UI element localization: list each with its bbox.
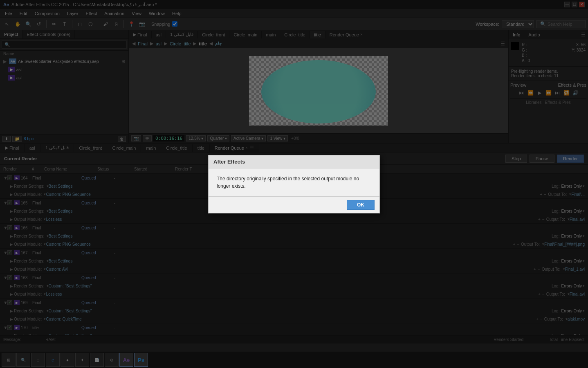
modal-title-bar: After Effects — [209, 155, 379, 168]
modal-body: The directory originally specified in th… — [209, 168, 379, 196]
modal-footer: OK — [209, 196, 379, 213]
modal-message: The directory originally specified in th… — [217, 176, 359, 189]
modal-title-text: After Effects — [213, 159, 245, 165]
modal-dialog: After Effects The directory originally s… — [208, 155, 380, 213]
modal-overlay: After Effects The directory originally s… — [0, 0, 588, 368]
ok-button[interactable]: OK — [347, 200, 375, 210]
